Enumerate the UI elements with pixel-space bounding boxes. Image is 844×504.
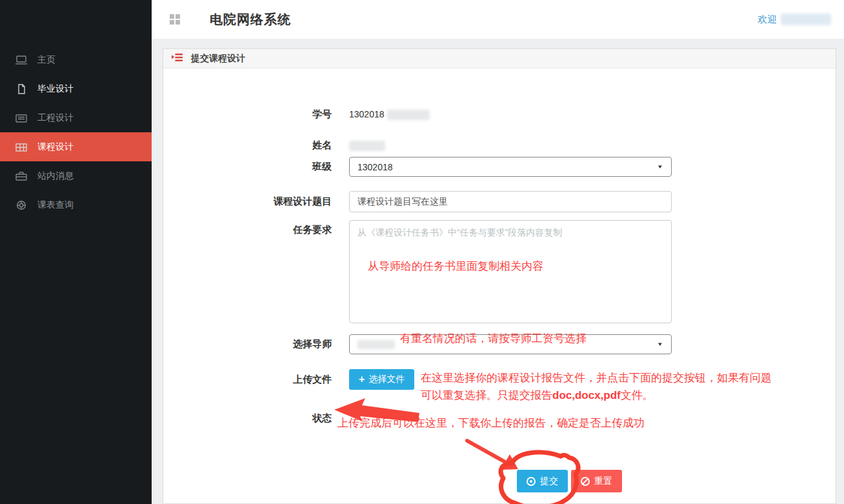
class-label: 班级 (163, 161, 332, 173)
student-id-label: 学号 (163, 108, 332, 121)
sidebar-item-label: 主页 (37, 54, 55, 66)
student-name-row: 姓名 (163, 139, 836, 152)
caret-down-icon: ▼ (657, 164, 663, 170)
target-circle-icon (527, 477, 536, 486)
student-name-label: 姓名 (163, 139, 332, 152)
sidebar-item-graduation-design[interactable]: 毕业设计 (0, 74, 152, 103)
sidebar-item-label: 课表查询 (37, 199, 74, 211)
app-title: 电院网络系统 (210, 11, 291, 28)
sidebar-item-site-messages[interactable]: 站内消息 (0, 161, 152, 190)
status-annotation: 上传完成后可以在这里，下载你上传的报告，确定是否上传成功 (337, 416, 645, 430)
class-row: 班级 1302018 ▼ (163, 157, 836, 177)
class-select[interactable]: 1302018 ▼ (349, 157, 672, 177)
task-label: 任务要求 (163, 220, 332, 236)
welcome-label: 欢迎 (758, 14, 777, 26)
choose-file-button[interactable]: + 选择文件 (349, 369, 414, 390)
ban-icon (581, 477, 590, 486)
sidebar-item-label: 工程设计 (37, 112, 74, 124)
sidebar-item-label: 毕业设计 (37, 83, 74, 95)
file-icon (15, 84, 28, 94)
sidebar: 主页 毕业设计 工程设计 课程设计 (0, 0, 152, 504)
status-label: 状态 (163, 412, 332, 425)
briefcase-icon (15, 171, 28, 181)
student-id-value: 1302018 (349, 109, 430, 120)
panel-title: 提交课程设计 (191, 53, 245, 65)
design-title-input[interactable] (349, 191, 672, 212)
top-bar: 电院网络系统 欢迎 (152, 0, 844, 39)
upload-annotation-line2: 可以重复选择。只提交报告doc,docx,pdf文件。 (421, 388, 654, 403)
menu-grid-icon[interactable] (170, 14, 180, 25)
reset-button[interactable]: 重置 (571, 470, 622, 492)
username-redacted (781, 14, 831, 25)
submit-course-design-panel: 提交课程设计 学号 1302018 姓名 班级 1302018 ▼ 课程设计题目 (163, 48, 836, 504)
student-name-redacted (349, 141, 385, 151)
class-select-value: 1302018 (357, 162, 393, 172)
sidebar-item-engineering-design[interactable]: 工程设计 (0, 103, 152, 132)
sidebar-item-home[interactable]: 主页 (0, 45, 152, 74)
sidebar-item-label: 站内消息 (37, 170, 74, 182)
sidebar-item-timetable-query[interactable]: 课表查询 (0, 190, 152, 219)
welcome-area: 欢迎 (758, 14, 831, 26)
submit-button[interactable]: 提交 (517, 470, 568, 492)
advisor-annotation: 有重名情况的话，请按导师工资号选择 (400, 331, 587, 346)
task-annotation: 从导师给的任务书里面复制相关内容 (368, 259, 543, 274)
student-id-redacted (387, 110, 430, 120)
app-window: 主页 毕业设计 工程设计 课程设计 (0, 0, 844, 504)
desktop-icon (15, 55, 28, 65)
student-name-value (349, 139, 385, 151)
caret-down-icon: ▼ (657, 341, 663, 347)
advisor-label: 选择导师 (163, 338, 332, 350)
sidebar-nav: 主页 毕业设计 工程设计 课程设计 (0, 0, 152, 219)
form-actions: 提交 重置 (163, 470, 836, 492)
panel-header: 提交课程设计 (163, 49, 836, 68)
lifering-icon (15, 200, 28, 210)
list-icon (15, 113, 28, 123)
design-title-row: 课程设计题目 (163, 191, 836, 212)
design-title-label: 课程设计题目 (163, 196, 332, 208)
plus-icon: + (359, 374, 365, 385)
student-id-row: 学号 1302018 (163, 108, 836, 121)
advisor-value-redacted (357, 340, 395, 349)
upload-annotation-line1: 在这里选择你的课程设计报告文件，并点击下面的提交按钮，如果有问题 (421, 370, 772, 385)
red-list-icon (172, 53, 183, 64)
sidebar-item-label: 课程设计 (37, 141, 74, 153)
upload-label: 上传文件 (163, 374, 332, 386)
sidebar-item-course-design[interactable]: 课程设计 (0, 132, 152, 161)
table-icon (15, 142, 28, 152)
